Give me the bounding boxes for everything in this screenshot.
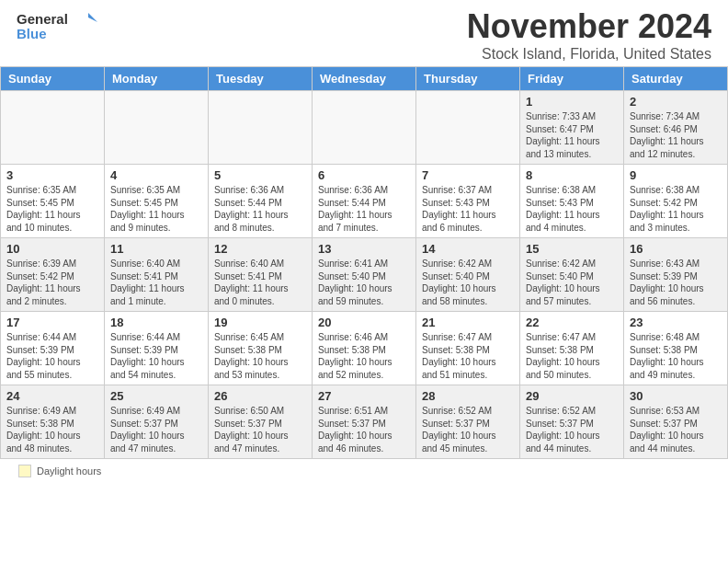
calendar-cell: 6Sunrise: 6:36 AM Sunset: 5:44 PM Daylig… — [313, 165, 416, 238]
day-number: 13 — [318, 242, 410, 256]
day-info: Sunrise: 6:52 AM Sunset: 5:37 PM Dayligh… — [422, 405, 514, 454]
day-info: Sunrise: 6:49 AM Sunset: 5:37 PM Dayligh… — [110, 405, 202, 454]
svg-marker-2 — [88, 13, 97, 22]
subtitle: Stock Island, Florida, United States — [467, 46, 711, 63]
dow-header: Sunday — [1, 67, 105, 91]
day-info: Sunrise: 6:44 AM Sunset: 5:39 PM Dayligh… — [110, 331, 202, 381]
svg-text:Blue: Blue — [17, 26, 47, 41]
dow-header: Friday — [520, 67, 624, 91]
day-info: Sunrise: 6:46 AM Sunset: 5:38 PM Dayligh… — [318, 331, 410, 381]
calendar-cell — [209, 91, 313, 165]
day-number: 17 — [6, 316, 98, 329]
day-info: Sunrise: 6:40 AM Sunset: 5:41 PM Dayligh… — [214, 258, 306, 307]
day-info: Sunrise: 6:49 AM Sunset: 5:38 PM Dayligh… — [6, 405, 98, 454]
day-info: Sunrise: 6:50 AM Sunset: 5:37 PM Dayligh… — [214, 405, 306, 454]
day-info: Sunrise: 6:52 AM Sunset: 5:37 PM Dayligh… — [526, 405, 618, 454]
calendar-cell — [416, 91, 520, 165]
calendar-cell: 1Sunrise: 7:33 AM Sunset: 6:47 PM Daylig… — [520, 91, 624, 165]
day-number: 30 — [630, 389, 722, 403]
day-info: Sunrise: 6:35 AM Sunset: 5:45 PM Dayligh… — [6, 184, 98, 234]
day-number: 16 — [630, 242, 722, 256]
day-number: 3 — [6, 168, 98, 182]
day-number: 5 — [214, 168, 306, 182]
day-info: Sunrise: 7:33 AM Sunset: 6:47 PM Dayligh… — [526, 110, 618, 160]
calendar-cell: 3Sunrise: 6:35 AM Sunset: 5:45 PM Daylig… — [1, 165, 105, 238]
calendar-table: SundayMondayTuesdayWednesdayThursdayFrid… — [0, 66, 728, 459]
day-number: 29 — [526, 389, 618, 403]
calendar-cell: 9Sunrise: 6:38 AM Sunset: 5:42 PM Daylig… — [624, 165, 728, 238]
calendar-cell: 17Sunrise: 6:44 AM Sunset: 5:39 PM Dayli… — [1, 312, 105, 385]
day-number: 19 — [214, 316, 306, 329]
day-info: Sunrise: 6:42 AM Sunset: 5:40 PM Dayligh… — [526, 258, 618, 307]
calendar-cell: 10Sunrise: 6:39 AM Sunset: 5:42 PM Dayli… — [1, 238, 105, 312]
dow-header: Tuesday — [209, 67, 313, 91]
svg-text:General: General — [17, 11, 68, 27]
day-info: Sunrise: 6:43 AM Sunset: 5:39 PM Dayligh… — [630, 258, 722, 307]
day-number: 20 — [318, 316, 410, 329]
day-number: 10 — [6, 242, 98, 256]
calendar-cell: 21Sunrise: 6:47 AM Sunset: 5:38 PM Dayli… — [416, 312, 520, 385]
day-number: 2 — [630, 95, 722, 109]
calendar-cell: 24Sunrise: 6:49 AM Sunset: 5:38 PM Dayli… — [1, 385, 105, 459]
calendar-cell: 11Sunrise: 6:40 AM Sunset: 5:41 PM Dayli… — [105, 238, 209, 312]
day-number: 18 — [110, 316, 202, 329]
day-info: Sunrise: 6:51 AM Sunset: 5:37 PM Dayligh… — [318, 405, 410, 454]
day-info: Sunrise: 6:38 AM Sunset: 5:43 PM Dayligh… — [526, 184, 618, 234]
calendar-cell: 16Sunrise: 6:43 AM Sunset: 5:39 PM Dayli… — [624, 238, 728, 312]
calendar-cell: 15Sunrise: 6:42 AM Sunset: 5:40 PM Dayli… — [520, 238, 624, 312]
day-info: Sunrise: 6:36 AM Sunset: 5:44 PM Dayligh… — [214, 184, 306, 234]
calendar-cell — [105, 91, 209, 165]
calendar-cell: 2Sunrise: 7:34 AM Sunset: 6:46 PM Daylig… — [624, 91, 728, 165]
dow-header: Wednesday — [313, 67, 416, 91]
calendar-cell: 14Sunrise: 6:42 AM Sunset: 5:40 PM Dayli… — [416, 238, 520, 312]
day-number: 4 — [110, 168, 202, 182]
day-number: 25 — [110, 389, 202, 403]
day-number: 23 — [630, 316, 722, 329]
calendar-cell: 7Sunrise: 6:37 AM Sunset: 5:43 PM Daylig… — [416, 165, 520, 238]
day-number: 7 — [422, 168, 514, 182]
calendar-cell: 22Sunrise: 6:47 AM Sunset: 5:38 PM Dayli… — [520, 312, 624, 385]
calendar-cell: 25Sunrise: 6:49 AM Sunset: 5:37 PM Dayli… — [105, 385, 209, 459]
calendar-cell: 4Sunrise: 6:35 AM Sunset: 5:45 PM Daylig… — [105, 165, 209, 238]
day-number: 22 — [526, 316, 618, 329]
dow-header: Saturday — [624, 67, 728, 91]
calendar-cell: 26Sunrise: 6:50 AM Sunset: 5:37 PM Dayli… — [209, 385, 313, 459]
calendar-cell: 27Sunrise: 6:51 AM Sunset: 5:37 PM Dayli… — [313, 385, 416, 459]
day-info: Sunrise: 6:48 AM Sunset: 5:38 PM Dayligh… — [630, 331, 722, 381]
footer-label: Daylight hours — [37, 465, 101, 477]
calendar-cell: 20Sunrise: 6:46 AM Sunset: 5:38 PM Dayli… — [313, 312, 416, 385]
dow-header: Monday — [105, 67, 209, 91]
calendar-cell — [1, 91, 105, 165]
footer: Daylight hours — [0, 459, 728, 483]
day-info: Sunrise: 6:53 AM Sunset: 5:37 PM Dayligh… — [630, 405, 722, 454]
day-info: Sunrise: 6:44 AM Sunset: 5:39 PM Dayligh… — [6, 331, 98, 381]
daylight-indicator — [18, 465, 31, 477]
day-number: 24 — [6, 389, 98, 403]
calendar-cell: 13Sunrise: 6:41 AM Sunset: 5:40 PM Dayli… — [313, 238, 416, 312]
calendar-cell: 5Sunrise: 6:36 AM Sunset: 5:44 PM Daylig… — [209, 165, 313, 238]
day-number: 15 — [526, 242, 618, 256]
header: General Blue November 2024 Stock Island,… — [0, 0, 728, 66]
day-number: 21 — [422, 316, 514, 329]
day-info: Sunrise: 6:47 AM Sunset: 5:38 PM Dayligh… — [422, 331, 514, 381]
dow-header: Thursday — [416, 67, 520, 91]
day-number: 26 — [214, 389, 306, 403]
day-info: Sunrise: 6:37 AM Sunset: 5:43 PM Dayligh… — [422, 184, 514, 234]
calendar-cell: 18Sunrise: 6:44 AM Sunset: 5:39 PM Dayli… — [105, 312, 209, 385]
calendar-cell: 29Sunrise: 6:52 AM Sunset: 5:37 PM Dayli… — [520, 385, 624, 459]
day-info: Sunrise: 6:45 AM Sunset: 5:38 PM Dayligh… — [214, 331, 306, 381]
calendar-cell: 23Sunrise: 6:48 AM Sunset: 5:38 PM Dayli… — [624, 312, 728, 385]
day-number: 28 — [422, 389, 514, 403]
calendar-cell: 8Sunrise: 6:38 AM Sunset: 5:43 PM Daylig… — [520, 165, 624, 238]
calendar-cell: 12Sunrise: 6:40 AM Sunset: 5:41 PM Dayli… — [209, 238, 313, 312]
calendar-cell: 30Sunrise: 6:53 AM Sunset: 5:37 PM Dayli… — [624, 385, 728, 459]
day-number: 27 — [318, 389, 410, 403]
day-number: 12 — [214, 242, 306, 256]
day-number: 14 — [422, 242, 514, 256]
main-title: November 2024 — [467, 7, 711, 46]
day-info: Sunrise: 6:42 AM Sunset: 5:40 PM Dayligh… — [422, 258, 514, 307]
day-number: 9 — [630, 168, 722, 182]
day-info: Sunrise: 6:38 AM Sunset: 5:42 PM Dayligh… — [630, 184, 722, 234]
day-number: 8 — [526, 168, 618, 182]
title-area: November 2024 Stock Island, Florida, Uni… — [467, 7, 711, 63]
